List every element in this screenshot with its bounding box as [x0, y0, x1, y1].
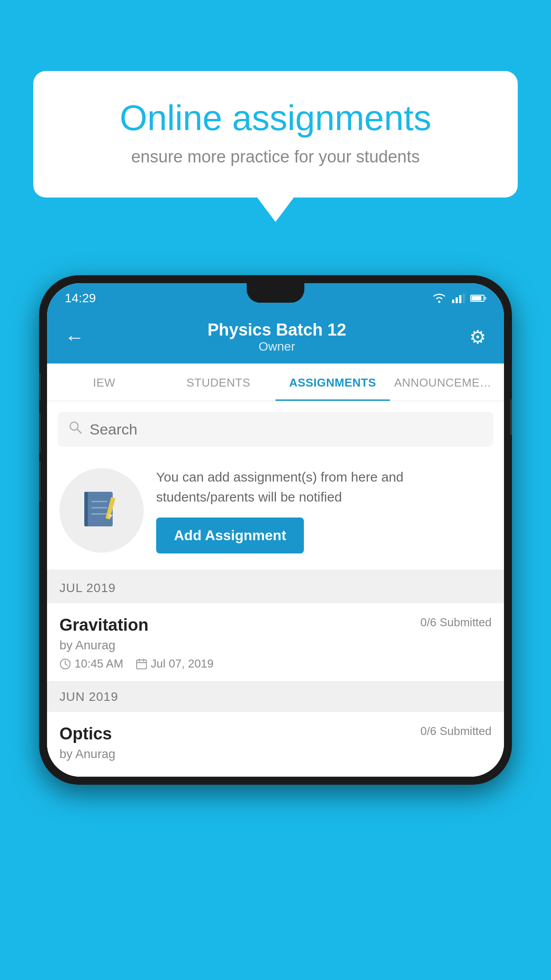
svg-line-4 [77, 429, 81, 433]
assignment-item-optics[interactable]: Optics 0/6 Submitted by Anurag [47, 712, 504, 777]
assignment-item-gravitation[interactable]: Gravitation 0/6 Submitted by Anurag 10:4… [47, 603, 504, 682]
phone-frame: 14:29 [39, 275, 512, 785]
settings-button[interactable]: ⚙ [469, 326, 486, 348]
tabs-bar: IEW STUDENTS ASSIGNMENTS ANNOUNCEMENTS [47, 364, 504, 401]
notch [247, 283, 304, 303]
notebook-icon [82, 488, 122, 533]
content-area: You can add assignment(s) from here and … [47, 401, 504, 777]
wifi-icon [432, 292, 447, 304]
tab-assignments[interactable]: ASSIGNMENTS [276, 364, 390, 401]
assignment-name-gravitation: Gravitation [59, 616, 149, 635]
search-input[interactable] [90, 421, 483, 438]
phone-screen: 14:29 [47, 283, 504, 777]
assignment-by-optics: by Anurag [59, 747, 492, 761]
assignment-meta-gravitation: 10:45 AM Jul 07, 2019 [59, 657, 492, 671]
promo-text: You can add assignment(s) from here and … [156, 467, 492, 553]
back-button[interactable]: ← [65, 326, 84, 348]
search-bar-wrapper [47, 401, 504, 454]
battery-icon [470, 294, 486, 303]
add-assignment-button[interactable]: Add Assignment [156, 518, 304, 553]
tab-students[interactable]: STUDENTS [161, 364, 276, 401]
add-assignment-promo: You can add assignment(s) from here and … [47, 454, 504, 573]
tab-announcements[interactable]: ANNOUNCEMENTS [390, 364, 504, 401]
speech-bubble-subtext: ensure more practice for your students [64, 147, 487, 166]
power-button [510, 399, 512, 435]
volume-down-button [39, 462, 41, 502]
calendar-icon [136, 658, 147, 670]
tab-iew[interactable]: IEW [47, 364, 161, 401]
assignment-date-gravitation: Jul 07, 2019 [136, 657, 214, 671]
time-value-gravitation: 10:45 AM [75, 657, 123, 671]
speech-bubble-container: Online assignments ensure more practice … [33, 71, 518, 198]
speech-bubble-heading: Online assignments [64, 98, 487, 138]
search-bar[interactable] [58, 412, 493, 447]
status-time: 14:29 [65, 291, 96, 305]
assignment-by-gravitation: by Anurag [59, 638, 492, 652]
svg-rect-16 [137, 660, 146, 669]
date-value-gravitation: Jul 07, 2019 [151, 657, 214, 671]
signal-icon [452, 293, 465, 303]
speech-bubble: Online assignments ensure more practice … [33, 71, 518, 198]
volume-up-button [39, 413, 41, 453]
search-icon [68, 420, 83, 439]
clock-icon [59, 658, 71, 670]
volume-silent-button [39, 373, 41, 399]
section-header-jun: JUN 2019 [47, 682, 504, 712]
owner-label: Owner [208, 340, 346, 354]
app-header: ← Physics Batch 12 Owner ⚙ [47, 311, 504, 364]
submitted-badge-optics: 0/6 Submitted [421, 724, 492, 738]
promo-description: You can add assignment(s) from here and … [156, 467, 492, 507]
status-icons [432, 292, 486, 304]
assignment-name-optics: Optics [59, 724, 112, 743]
assignment-top-optics: Optics 0/6 Submitted [59, 724, 492, 743]
svg-point-0 [438, 301, 441, 303]
svg-rect-2 [472, 296, 481, 300]
assignment-time-gravitation: 10:45 AM [59, 657, 123, 671]
submitted-badge-gravitation: 0/6 Submitted [421, 616, 492, 629]
svg-line-15 [65, 664, 67, 665]
header-title-area: Physics Batch 12 Owner [208, 320, 346, 354]
promo-icon-circle [59, 468, 144, 553]
svg-rect-6 [84, 492, 88, 526]
assignment-top-gravitation: Gravitation 0/6 Submitted [59, 616, 492, 635]
phone-mockup: 14:29 [39, 275, 512, 785]
section-header-jul: JUL 2019 [47, 573, 504, 603]
batch-title: Physics Batch 12 [208, 320, 346, 340]
